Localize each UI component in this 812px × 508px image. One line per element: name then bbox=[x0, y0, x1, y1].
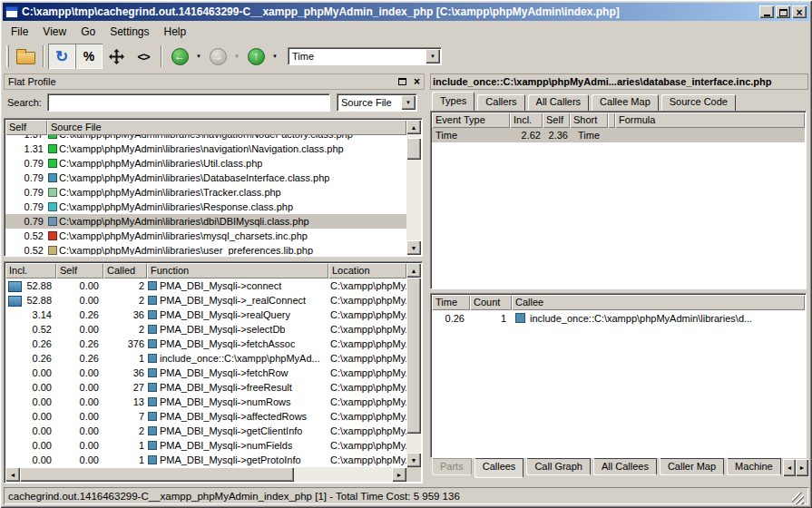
column-header-function[interactable]: Function bbox=[147, 263, 328, 278]
bottom-tab[interactable]: All Callees bbox=[593, 458, 657, 475]
menu-item[interactable]: Help bbox=[157, 24, 194, 40]
column-header-short[interactable]: Short bbox=[570, 112, 608, 128]
event-types-header: Event Type Incl. Self Short Formula bbox=[432, 112, 805, 128]
scrollbar-thumb[interactable] bbox=[406, 138, 421, 160]
minimize-button[interactable] bbox=[759, 5, 774, 18]
function-row[interactable]: 0.52 0.00 2 PMA_DBI_Mysqli->selectDb C:\… bbox=[5, 322, 406, 337]
column-header-self[interactable]: Self bbox=[56, 263, 103, 278]
function-row[interactable]: 0.00 0.00 2 PMA_DBI_Mysqli->getClientInf… bbox=[5, 424, 406, 438]
file-row[interactable]: 0.79 C:\xampp\phpMyAdmin\libraries\Respo… bbox=[5, 200, 406, 214]
detail-tab[interactable]: Source Code bbox=[661, 94, 736, 111]
scroll-up-icon[interactable]: ▲ bbox=[406, 120, 421, 134]
column-header-location[interactable]: Location bbox=[328, 263, 406, 278]
maximize-button[interactable] bbox=[776, 5, 790, 18]
detail-tab[interactable]: Types bbox=[432, 92, 474, 111]
function-row[interactable]: 0.00 0.00 7 PMA_DBI_Mysqli->affectedRows… bbox=[5, 409, 406, 424]
scroll-right-icon[interactable]: ► bbox=[392, 467, 406, 482]
function-row[interactable]: 52.88 0.00 2 PMA_DBI_Mysqli->connect C:\… bbox=[5, 278, 406, 293]
up-dropdown[interactable]: ▼ bbox=[269, 44, 280, 69]
scroll-left-icon[interactable]: ◄ bbox=[5, 467, 20, 482]
scrollbar-thumb[interactable] bbox=[20, 467, 294, 482]
function-row[interactable]: 0.26 0.26 1 include_once::C:\xampp\phpMy… bbox=[5, 351, 406, 366]
function-row[interactable]: 0.00 0.00 1 PMA_DBI_Mysqli->getProtoInfo… bbox=[5, 453, 406, 467]
toolbar-handle[interactable] bbox=[6, 45, 9, 67]
file-row[interactable]: 0.52 C:\xampp\phpMyAdmin\libraries\user_… bbox=[5, 243, 406, 255]
scrollbar-thumb[interactable] bbox=[406, 278, 421, 434]
resize-grip[interactable] bbox=[792, 493, 804, 504]
tab-scroll-right-icon[interactable]: ► bbox=[796, 459, 808, 476]
bottom-tab[interactable]: Call Graph bbox=[526, 458, 591, 475]
column-header-incl[interactable]: Incl. bbox=[5, 263, 56, 278]
column-header-event-type[interactable]: Event Type bbox=[432, 112, 510, 128]
dock-title-bar[interactable]: Flat Profile × bbox=[4, 73, 425, 90]
group-by-combobox[interactable]: Source File ▼ bbox=[337, 93, 417, 112]
function-icon bbox=[148, 426, 157, 435]
close-button[interactable]: × bbox=[792, 5, 807, 18]
column-header-self[interactable]: Self bbox=[5, 120, 47, 135]
combobox-arrow-icon[interactable]: ▼ bbox=[426, 49, 440, 64]
file-self-cost: 1.37 bbox=[5, 135, 44, 140]
self-cost: 0.00 bbox=[56, 454, 103, 465]
column-header-self[interactable]: Self bbox=[543, 112, 570, 128]
forward-button[interactable]: → bbox=[204, 44, 231, 69]
tab-scroll-left-icon[interactable]: ◄ bbox=[783, 459, 796, 476]
event-type-row[interactable]: Time 2.62 2.36 Time bbox=[432, 128, 805, 142]
menu-item[interactable]: Settings bbox=[103, 24, 156, 40]
back-dropdown[interactable]: ▼ bbox=[193, 44, 204, 69]
file-row[interactable]: 0.79 C:\xampp\phpMyAdmin\libraries\Track… bbox=[5, 185, 406, 200]
percent-toggle-button[interactable]: % bbox=[75, 44, 103, 69]
column-header-callee[interactable]: Callee bbox=[512, 295, 805, 310]
bottom-tab[interactable]: Parts bbox=[432, 458, 472, 475]
scroll-up-icon[interactable]: ▲ bbox=[406, 263, 421, 278]
detail-tab[interactable]: Callee Map bbox=[592, 94, 659, 111]
function-row[interactable]: 0.00 0.00 13 PMA_DBI_Mysqli->numRows C:\… bbox=[5, 395, 406, 409]
file-list-vscrollbar[interactable]: ▲ ▼ bbox=[406, 120, 421, 255]
column-header-time[interactable]: Time bbox=[432, 295, 470, 310]
reload-button[interactable]: ↻ bbox=[48, 44, 75, 69]
function-row[interactable]: 0.00 0.00 36 PMA_DBI_Mysqli->fetchRow C:… bbox=[5, 366, 406, 380]
scroll-down-icon[interactable]: ▼ bbox=[406, 453, 421, 467]
up-button[interactable]: ↑ bbox=[242, 44, 269, 69]
bottom-tab[interactable]: Caller Map bbox=[660, 458, 724, 475]
scroll-down-icon[interactable]: ▼ bbox=[406, 240, 421, 255]
search-input[interactable] bbox=[47, 93, 330, 112]
callee-row[interactable]: 0.26 1 include_once::C:\xampp\phpMyAdmin… bbox=[432, 310, 805, 326]
column-header-count[interactable]: Count bbox=[470, 295, 512, 310]
file-path: C:\xampp\phpMyAdmin\libraries\Util.class… bbox=[59, 158, 262, 169]
menu-item[interactable]: Go bbox=[73, 24, 103, 40]
open-file-button[interactable] bbox=[12, 44, 39, 69]
function-table-hscrollbar[interactable]: ◄ ► bbox=[5, 467, 406, 482]
detail-tab[interactable]: Callers bbox=[477, 94, 524, 111]
relative-cost-button[interactable]: <> bbox=[130, 44, 157, 69]
function-row[interactable]: 3.14 0.26 36 PMA_DBI_Mysqli->realQuery C… bbox=[5, 308, 406, 322]
file-row[interactable]: 0.52 C:\xampp\phpMyAdmin\libraries\mysql… bbox=[5, 229, 406, 243]
column-header-incl[interactable]: Incl. bbox=[510, 112, 543, 128]
combobox-arrow-icon[interactable]: ▼ bbox=[401, 95, 416, 110]
function-table-vscrollbar[interactable]: ▲ ▼ bbox=[406, 263, 421, 467]
column-header-source-file[interactable]: Source File bbox=[47, 120, 406, 135]
dock-float-icon[interactable] bbox=[398, 78, 406, 85]
bottom-tab[interactable]: Callees bbox=[474, 458, 524, 478]
file-row[interactable]: 1.31 C:\xampp\phpMyAdmin\libraries\navig… bbox=[5, 142, 406, 156]
title-bar[interactable]: C:\xampp\tmp\cachegrind.out.1416463299-C… bbox=[3, 3, 809, 21]
file-row[interactable]: 1.37 C:\xampp\phpMyAdmin\libraries\navig… bbox=[5, 135, 406, 142]
menu-item[interactable]: View bbox=[35, 24, 73, 40]
function-row[interactable]: 0.26 0.26 376 PMA_DBI_Mysqli->fetchAssoc… bbox=[5, 337, 406, 351]
file-row[interactable]: 0.79 C:\xampp\phpMyAdmin\libraries\Datab… bbox=[5, 171, 406, 185]
dock-close-icon[interactable]: × bbox=[414, 77, 420, 86]
column-header-formula[interactable]: Formula bbox=[615, 112, 805, 128]
function-row[interactable]: 0.00 0.00 27 PMA_DBI_Mysqli->freeResult … bbox=[5, 380, 406, 395]
function-row[interactable]: 0.00 0.00 1 PMA_DBI_Mysqli->numFields C:… bbox=[5, 438, 406, 453]
bottom-tab[interactable]: Machine bbox=[727, 458, 781, 475]
menu-item[interactable]: File bbox=[4, 24, 35, 40]
file-row[interactable]: 0.79 C:\xampp\phpMyAdmin\libraries\dbi\D… bbox=[5, 214, 406, 229]
function-icon bbox=[148, 455, 157, 464]
forward-dropdown[interactable]: ▼ bbox=[231, 44, 242, 69]
detail-tab[interactable]: All Callers bbox=[528, 94, 590, 111]
event-type-combobox[interactable]: Time ▼ bbox=[288, 47, 442, 65]
column-header-called[interactable]: Called bbox=[103, 263, 147, 278]
expand-areas-button[interactable] bbox=[103, 44, 130, 69]
function-row[interactable]: 52.88 0.00 2 PMA_DBI_Mysqli->_realConnec… bbox=[5, 293, 406, 308]
file-row[interactable]: 0.79 C:\xampp\phpMyAdmin\libraries\Util.… bbox=[5, 156, 406, 171]
back-button[interactable]: ← bbox=[166, 44, 193, 69]
